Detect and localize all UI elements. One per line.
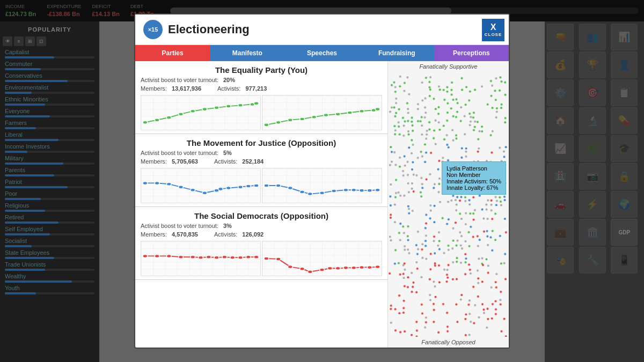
modal-overlay: ×15 Electioneering X CLOSE Parties Manif… bbox=[0, 0, 644, 362]
svg-rect-24 bbox=[141, 168, 260, 203]
svg-point-74 bbox=[352, 266, 356, 269]
svg-point-30 bbox=[202, 191, 207, 194]
svg-point-75 bbox=[360, 265, 364, 268]
electioneering-modal: ×15 Electioneering X CLOSE Parties Manif… bbox=[134, 13, 510, 349]
svg-point-54 bbox=[179, 255, 184, 258]
svg-point-17 bbox=[312, 115, 317, 118]
svg-point-42 bbox=[308, 192, 312, 195]
tab-speeches[interactable]: Speeches bbox=[284, 45, 359, 61]
party-panel-1: The Movement for Justice (Opposition) Ac… bbox=[135, 134, 387, 207]
svg-point-73 bbox=[343, 266, 348, 269]
svg-point-33 bbox=[226, 186, 231, 189]
svg-point-53 bbox=[166, 254, 171, 257]
svg-point-25 bbox=[143, 181, 148, 184]
party-charts bbox=[141, 167, 382, 204]
svg-point-32 bbox=[218, 187, 223, 190]
party-title: The Movement for Justice (Opposition) bbox=[141, 138, 382, 147]
perceptions-bottom-label: Fanatically Opposed bbox=[388, 337, 509, 348]
svg-point-46 bbox=[352, 188, 356, 191]
modal-tabs: Parties Manifesto Speeches Fundraising P… bbox=[135, 45, 509, 61]
close-button[interactable]: X CLOSE bbox=[482, 19, 504, 41]
svg-point-6 bbox=[202, 107, 207, 110]
svg-point-39 bbox=[276, 184, 281, 187]
svg-point-35 bbox=[246, 184, 251, 187]
svg-point-40 bbox=[288, 186, 292, 189]
svg-point-14 bbox=[276, 121, 281, 123]
modal-header: ×15 Electioneering X CLOSE bbox=[135, 14, 509, 45]
svg-point-11 bbox=[254, 101, 259, 104]
svg-point-57 bbox=[206, 255, 211, 258]
tab-manifesto[interactable]: Manifesto bbox=[210, 45, 284, 61]
party-member-stats: Members: 4,570,835 Activists: 126,092 bbox=[141, 231, 382, 238]
svg-point-72 bbox=[335, 267, 340, 269]
svg-point-55 bbox=[191, 255, 195, 258]
party-panel-2: The Social Democrats (Opposition) Activi… bbox=[135, 207, 387, 280]
svg-point-49 bbox=[375, 188, 380, 191]
close-x: X bbox=[491, 23, 496, 32]
svg-point-52 bbox=[155, 254, 159, 257]
svg-point-62 bbox=[246, 255, 251, 258]
charts-area: The Equality Party (You) Activist boost … bbox=[135, 61, 387, 348]
chart-right bbox=[262, 241, 382, 276]
close-label: CLOSE bbox=[485, 32, 502, 37]
party-stats: Activist boost to voter turnout: 5% bbox=[141, 150, 382, 156]
modal-title: Electioneering bbox=[168, 23, 250, 36]
perceptions-area: Fanatically Supportive Fanatically Oppos… bbox=[387, 61, 509, 348]
svg-point-36 bbox=[254, 184, 259, 187]
party-title: The Social Democrats (Opposition) bbox=[141, 211, 382, 220]
svg-point-20 bbox=[347, 111, 352, 114]
svg-point-66 bbox=[276, 257, 281, 260]
svg-point-60 bbox=[230, 256, 235, 258]
svg-point-23 bbox=[375, 107, 380, 110]
svg-point-51 bbox=[143, 254, 148, 257]
svg-rect-12 bbox=[262, 95, 382, 130]
party-stats: Activist boost to voter turnout: 20% bbox=[141, 77, 382, 83]
svg-point-29 bbox=[191, 188, 195, 191]
svg-point-61 bbox=[238, 256, 243, 258]
svg-point-76 bbox=[367, 265, 372, 268]
svg-point-44 bbox=[332, 189, 336, 192]
modal-logo: ×15 bbox=[143, 20, 163, 39]
party-panel-0: The Equality Party (You) Activist boost … bbox=[135, 61, 387, 134]
svg-point-13 bbox=[264, 123, 269, 126]
tab-parties[interactable]: Parties bbox=[135, 45, 210, 61]
modal-logo-text: ×15 bbox=[148, 26, 158, 33]
svg-point-8 bbox=[226, 105, 231, 107]
svg-point-43 bbox=[320, 191, 325, 194]
chart-right bbox=[262, 95, 382, 130]
svg-point-41 bbox=[300, 190, 305, 193]
svg-point-38 bbox=[264, 184, 269, 187]
svg-point-15 bbox=[288, 119, 292, 121]
chart-left bbox=[141, 95, 261, 130]
svg-point-65 bbox=[264, 257, 269, 260]
svg-point-7 bbox=[214, 106, 219, 109]
svg-point-5 bbox=[191, 109, 195, 112]
svg-point-19 bbox=[335, 113, 340, 115]
svg-point-21 bbox=[360, 109, 364, 112]
party-charts bbox=[141, 94, 382, 131]
tab-perceptions[interactable]: Perceptions bbox=[434, 45, 509, 61]
perceptions-top-label: Fanatically Supportive bbox=[388, 61, 509, 72]
chart-right bbox=[262, 168, 382, 203]
svg-point-56 bbox=[199, 256, 203, 258]
party-title: The Equality Party (You) bbox=[141, 65, 382, 75]
modal-content: The Equality Party (You) Activist boost … bbox=[135, 61, 509, 348]
svg-point-26 bbox=[155, 181, 159, 184]
party-stats: Activist boost to voter turnout: 3% bbox=[141, 223, 382, 229]
party-charts bbox=[141, 240, 382, 277]
svg-point-77 bbox=[375, 265, 380, 268]
svg-point-27 bbox=[166, 182, 171, 185]
dot-grid bbox=[388, 72, 509, 337]
svg-point-4 bbox=[179, 113, 184, 115]
svg-point-28 bbox=[179, 186, 184, 188]
party-member-stats: Members: 13,617,936 Activists: 977,213 bbox=[141, 85, 382, 92]
party-member-stats: Members: 5,705,663 Activists: 252,184 bbox=[141, 158, 382, 165]
svg-point-68 bbox=[300, 267, 305, 270]
tab-fundraising[interactable]: Fundraising bbox=[360, 45, 434, 61]
svg-rect-0 bbox=[141, 95, 260, 130]
svg-point-63 bbox=[254, 255, 259, 258]
svg-point-3 bbox=[166, 116, 171, 119]
svg-point-16 bbox=[300, 117, 305, 120]
svg-point-48 bbox=[367, 189, 372, 191]
svg-point-67 bbox=[288, 265, 292, 268]
